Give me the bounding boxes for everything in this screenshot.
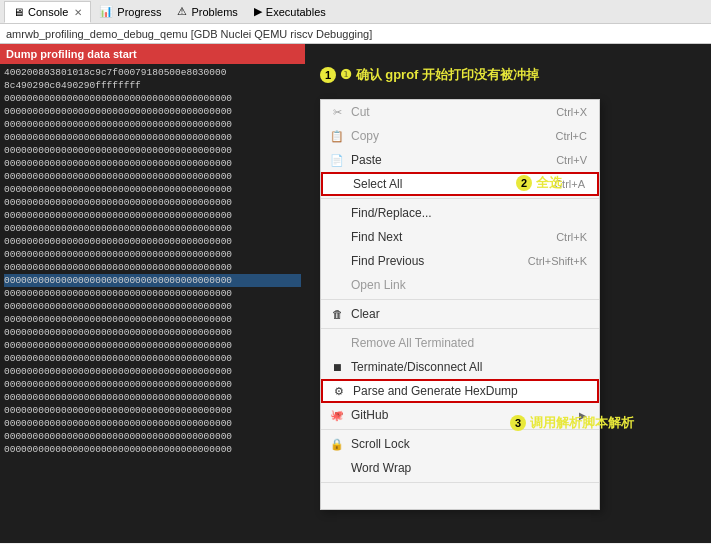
menu-item-remove-terminated-label: Remove All Terminated [351,336,474,350]
hex-line-15: 0000000000000000000000000000000000000000 [4,261,301,274]
select-all-shortcut: Ctrl+A [554,178,585,190]
tab-executables-label: Executables [266,6,326,18]
menu-item-word-wrap[interactable]: Word Wrap [321,456,599,480]
separator-1 [321,198,599,199]
paste-shortcut: Ctrl+V [556,154,587,166]
problems-icon: ⚠ [177,5,187,18]
tab-progress[interactable]: 📊 Progress [91,1,169,23]
hex-line-24: 0000000000000000000000000000000000000000 [4,378,301,391]
hex-line-17: 0000000000000000000000000000000000000000 [4,287,301,300]
console-content: 400200803801018c9c7f00079180500e8030000 … [0,64,305,458]
menu-item-open-link[interactable]: Open Link [321,273,599,297]
menu-item-find-previous-label: Find Previous [351,254,424,268]
menu-item-paste-label: Paste [351,153,382,167]
progress-icon: 📊 [99,5,113,18]
menu-item-copy[interactable]: 📋 Copy Ctrl+C [321,124,599,148]
separator-5 [321,482,599,483]
tab-bar: 🖥 Console ✕ 📊 Progress ⚠ Problems ▶ Exec… [0,0,711,24]
separator-2 [321,299,599,300]
menu-item-github-label: GitHub [351,408,388,422]
tab-executables[interactable]: ▶ Executables [246,1,334,23]
console-header-text: Dump profiling data start [6,48,137,60]
hex-line-27: 0000000000000000000000000000000000000000 [4,417,301,430]
menu-item-terminate-disconnect[interactable]: ⏹ Terminate/Disconnect All [321,355,599,379]
hex-line-10: 0000000000000000000000000000000000000000 [4,196,301,209]
find-next-icon [329,229,345,245]
open-link-icon [329,277,345,293]
hex-line-0: 400200803801018c9c7f00079180500e8030000 [4,66,301,79]
menu-item-cut[interactable]: ✂ Cut Ctrl+X [321,100,599,124]
hex-line-12: 0000000000000000000000000000000000000000 [4,222,301,235]
console-icon: 🖥 [13,6,24,18]
menu-item-open-link-label: Open Link [351,278,406,292]
tab-problems-label: Problems [191,6,237,18]
menu-item-clear[interactable]: 🗑 Clear [321,302,599,326]
hex-line-3: 0000000000000000000000000000000000000000 [4,105,301,118]
executables-icon: ▶ [254,5,262,18]
hex-line-23: 0000000000000000000000000000000000000000 [4,365,301,378]
parse-hexdump-icon: ⚙ [331,383,347,399]
annotation-1: 1❶ 确认 gprof 开始打印没有被冲掉 [320,66,539,84]
menu-item-remove-terminated[interactable]: Remove All Terminated [321,331,599,355]
hex-line-25: 0000000000000000000000000000000000000000 [4,391,301,404]
hex-line-13: 0000000000000000000000000000000000000000 [4,235,301,248]
hex-line-11: 0000000000000000000000000000000000000000 [4,209,301,222]
menu-item-scroll-lock-label: Scroll Lock [351,437,410,451]
copy-shortcut: Ctrl+C [556,130,587,142]
tab-console-label: Console [28,6,68,18]
menu-item-cut-label: Cut [351,105,370,119]
github-arrow-icon: ▶ [579,410,587,421]
menu-item-select-all[interactable]: Select All Ctrl+A [321,172,599,196]
hex-line-29: 0000000000000000000000000000000000000000 [4,443,301,456]
menu-item-terminate-disconnect-label: Terminate/Disconnect All [351,360,482,374]
menu-item-scroll-lock[interactable]: 🔒 Scroll Lock [321,432,599,456]
paste-icon: 📄 [329,152,345,168]
find-previous-icon [329,253,345,269]
console-area: Dump profiling data start 40020080380101… [0,44,305,543]
separator-3 [321,328,599,329]
menu-item-find-previous[interactable]: Find Previous Ctrl+Shift+K [321,249,599,273]
cut-icon: ✂ [329,104,345,120]
find-next-shortcut: Ctrl+K [556,231,587,243]
hex-line-5: 0000000000000000000000000000000000000000 [4,131,301,144]
hex-line-2: 0000000000000000000000000000000000000000 [4,92,301,105]
github-icon: 🐙 [329,407,345,423]
menu-item-copy-label: Copy [351,129,379,143]
menu-item-find-replace-label: Find/Replace... [351,206,432,220]
menu-item-find-next-label: Find Next [351,230,402,244]
debug-session-title: amrwb_profiling_demo_debug_qemu [GDB Nuc… [6,28,372,40]
find-previous-shortcut: Ctrl+Shift+K [528,255,587,267]
hex-line-16: 0000000000000000000000000000000000000000 [4,274,301,287]
select-all-icon [331,176,347,192]
menu-item-paste[interactable]: 📄 Paste Ctrl+V [321,148,599,172]
cut-shortcut: Ctrl+X [556,106,587,118]
main-area: Dump profiling data start 40020080380101… [0,44,711,543]
hex-line-28: 0000000000000000000000000000000000000000 [4,430,301,443]
annotation-area: 1❶ 确认 gprof 开始打印没有被冲掉 ✂ Cut Ctrl+X 📋 Cop… [305,44,711,543]
preferences-icon [329,489,345,505]
menu-item-word-wrap-label: Word Wrap [351,461,411,475]
tab-console[interactable]: 🖥 Console ✕ [4,1,91,23]
menu-item-find-next[interactable]: Find Next Ctrl+K [321,225,599,249]
hex-line-1: 8c490290c0490290ffffffff [4,79,301,92]
scroll-lock-icon: 🔒 [329,436,345,452]
copy-icon: 📋 [329,128,345,144]
hex-line-6: 0000000000000000000000000000000000000000 [4,144,301,157]
tab-problems[interactable]: ⚠ Problems [169,1,245,23]
tab-console-close[interactable]: ✕ [74,7,82,18]
menu-item-github[interactable]: 🐙 GitHub ▶ [321,403,599,427]
hex-line-22: 0000000000000000000000000000000000000000 [4,352,301,365]
menu-item-parse-hexdump[interactable]: ⚙ Parse and Generate HexDump [321,379,599,403]
menu-item-find-replace[interactable]: Find/Replace... [321,201,599,225]
context-menu: ✂ Cut Ctrl+X 📋 Copy Ctrl+C 📄 Paste Ctrl+… [320,99,600,510]
menu-item-preferences[interactable] [321,485,599,509]
find-replace-icon [329,205,345,221]
tab-progress-label: Progress [117,6,161,18]
hex-line-8: 0000000000000000000000000000000000000000 [4,170,301,183]
menu-item-clear-label: Clear [351,307,380,321]
console-header: Dump profiling data start [0,44,305,64]
hex-line-19: 0000000000000000000000000000000000000000 [4,313,301,326]
clear-icon: 🗑 [329,306,345,322]
remove-terminated-icon [329,335,345,351]
menu-item-parse-hexdump-label: Parse and Generate HexDump [353,384,518,398]
